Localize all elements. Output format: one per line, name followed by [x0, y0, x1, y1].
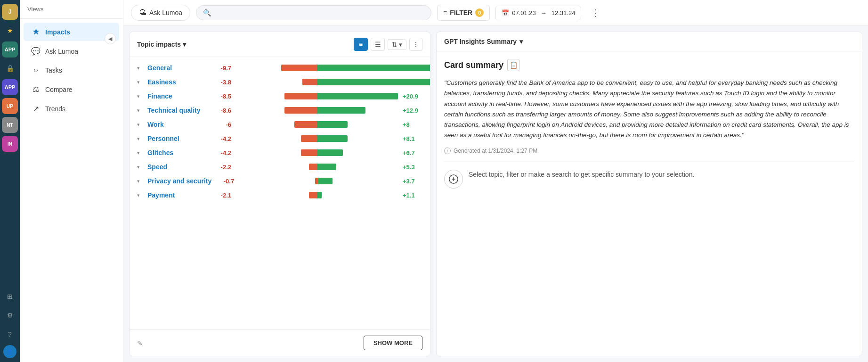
- compare-icon: ⚖: [31, 85, 41, 94]
- topic-row: ▾ Easiness -3.8 +39.1: [130, 75, 430, 89]
- ask-lumoa-button[interactable]: 🌤 Ask Lumoa: [131, 5, 190, 21]
- circle-icon: ○: [31, 66, 41, 74]
- star-icon[interactable]: ★: [2, 23, 18, 39]
- topic-chevron-icon[interactable]: ▾: [137, 178, 143, 184]
- card-summary-title: Card summary 📋: [444, 59, 854, 71]
- topic-bar: [239, 178, 398, 184]
- gpt-logo-icon: [444, 170, 463, 189]
- topic-list: ▾ General -9.7 +35.6 ▾ Easiness -3.8 +39…: [130, 57, 430, 329]
- topic-bar: [236, 164, 398, 170]
- date-range-picker[interactable]: 📅 07.01.23 → 12.31.24: [495, 6, 581, 20]
- topic-name[interactable]: Glitches: [147, 149, 209, 156]
- sidebar-item-trends[interactable]: ↗ Trends: [24, 99, 119, 118]
- star-nav-icon: ★: [31, 27, 41, 36]
- topic-name[interactable]: Work: [147, 121, 209, 128]
- more-options-button[interactable]: ⋮: [587, 5, 604, 20]
- divider: [444, 162, 854, 162]
- topic-name[interactable]: Speed: [147, 163, 209, 171]
- nt-icon[interactable]: NT: [2, 117, 18, 133]
- clipboard-button[interactable]: 📋: [507, 59, 519, 71]
- bar-positive: [317, 149, 343, 156]
- bar-positive: [317, 65, 430, 71]
- view-bar-button[interactable]: ≡: [354, 38, 368, 51]
- topic-row: ▾ Speed -2.2 +5.3: [130, 160, 430, 174]
- content-area: Topic impacts ▾ ≡ ☰ ⇅ ▾ ⋮ ▾ General -9.7: [123, 26, 868, 362]
- more-options-panel-button[interactable]: ⋮: [409, 38, 422, 51]
- topic-bar: [236, 65, 398, 71]
- topic-name[interactable]: Payment: [147, 191, 209, 199]
- user-icon[interactable]: 👤: [3, 345, 16, 358]
- sort-button[interactable]: ⇅ ▾: [388, 39, 406, 50]
- topic-neg-value: -0.7: [216, 178, 234, 185]
- topic-chevron-icon[interactable]: ▾: [137, 65, 143, 71]
- topic-chevron-icon[interactable]: ▾: [137, 150, 143, 156]
- topic-chevron-icon[interactable]: ▾: [137, 136, 143, 142]
- in-icon[interactable]: IN: [2, 136, 18, 152]
- clipboard-icon-glyph: 📋: [510, 61, 518, 69]
- topic-impacts-dropdown[interactable]: Topic impacts ▾: [137, 41, 186, 48]
- sidebar-item-label-impacts: Impacts: [45, 28, 70, 36]
- sidebar-item-tasks[interactable]: ○ Tasks: [24, 61, 119, 79]
- bar-negative: [281, 65, 317, 71]
- search-bar[interactable]: 🔍: [196, 5, 431, 20]
- app-icon-2[interactable]: APP: [2, 79, 18, 95]
- topic-chevron-icon[interactable]: ▾: [137, 192, 143, 198]
- topic-pos-value: +6.7: [403, 149, 422, 156]
- topic-row: ▾ Work -6 +8: [130, 117, 430, 132]
- topic-row: ▾ Technical quality -8.6 +12.9: [130, 103, 430, 117]
- topic-name[interactable]: Easiness: [147, 78, 209, 86]
- topic-row: ▾ Privacy and security -0.7 +3.7: [130, 174, 430, 188]
- topic-chevron-icon[interactable]: ▾: [137, 107, 143, 114]
- bar-negative: [302, 79, 317, 85]
- sort-dropdown-icon: ▾: [399, 41, 402, 48]
- topic-row: ▾ General -9.7 +35.6: [130, 61, 430, 75]
- gpt-suggest: Select topic, filter or make a search to…: [444, 170, 854, 189]
- settings-icon[interactable]: ⚙: [2, 307, 18, 323]
- up-icon[interactable]: UP: [2, 98, 18, 114]
- topic-row: ▾ Payment -2.1 +1.1: [130, 188, 430, 202]
- app-icon-1[interactable]: APP: [2, 41, 18, 58]
- topic-neg-value: -8.5: [213, 93, 231, 100]
- lock-icon[interactable]: 🔒: [2, 60, 18, 76]
- topic-name[interactable]: Privacy and security: [147, 177, 211, 185]
- bar-negative: [284, 93, 317, 99]
- topic-bar: [236, 93, 398, 99]
- bar-negative: [294, 121, 317, 128]
- topic-bar: [236, 107, 398, 114]
- topic-chevron-icon[interactable]: ▾: [137, 93, 143, 99]
- bar-negative: [309, 192, 317, 198]
- topic-chevron-icon[interactable]: ▾: [137, 164, 143, 170]
- filter-count-badge: 0: [475, 8, 484, 17]
- view-list-button[interactable]: ☰: [371, 38, 385, 51]
- topic-neg-value: -9.7: [213, 65, 231, 72]
- topic-bar: [236, 192, 398, 198]
- card-summary-label: Card summary: [444, 60, 503, 70]
- topic-chevron-icon[interactable]: ▾: [137, 79, 143, 85]
- insights-label: GPT Insights Summary: [444, 38, 517, 45]
- sidebar-item-ask-lumoa[interactable]: 💬 Ask Lumoa: [24, 42, 119, 60]
- bar-positive: [317, 93, 398, 99]
- topic-bar: [236, 149, 398, 156]
- panel-footer: ✎ SHOW MORE: [130, 329, 430, 356]
- help-icon[interactable]: ?: [2, 326, 18, 342]
- topic-name[interactable]: General: [147, 64, 209, 72]
- ask-lumoa-label: Ask Lumoa: [149, 9, 182, 16]
- calendar-icon: 📅: [502, 9, 509, 16]
- topic-chevron-icon[interactable]: ▾: [137, 122, 143, 128]
- topic-name[interactable]: Finance: [147, 92, 209, 100]
- show-more-button[interactable]: SHOW MORE: [364, 336, 422, 350]
- insights-header: GPT Insights Summary ▾: [437, 32, 862, 51]
- grid-icon[interactable]: ⊞: [2, 288, 18, 304]
- bar-negative: [301, 149, 317, 156]
- topic-pos-value: +20.9: [403, 93, 422, 100]
- sidebar-item-compare[interactable]: ⚖ Compare: [24, 80, 119, 99]
- collapse-nav-button[interactable]: ◀: [105, 33, 116, 44]
- filter-button[interactable]: ≡ FILTER 0: [437, 5, 490, 21]
- bar-positive: [317, 135, 348, 142]
- bar-positive: [317, 164, 336, 170]
- sun-icon: 🌤: [139, 8, 146, 17]
- edit-icon[interactable]: ✎: [137, 339, 143, 347]
- topic-name[interactable]: Personnel: [147, 135, 209, 142]
- panel-toolbar: ≡ ☰ ⇅ ▾ ⋮: [354, 38, 422, 51]
- topic-name[interactable]: Technical quality: [147, 107, 209, 114]
